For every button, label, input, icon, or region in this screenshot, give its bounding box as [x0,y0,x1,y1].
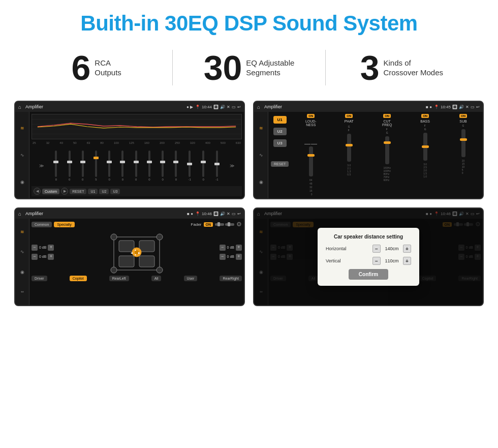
db-plus-2[interactable]: + [48,254,54,260]
wave-sidebar-icon[interactable]: ∿ [18,151,27,160]
user-btn[interactable]: RearLeft [109,276,129,281]
wave-sidebar-icon-3[interactable]: ∿ [18,247,27,256]
eq-slider-7[interactable]: 0 [135,151,137,181]
svg-text:▶: ▶ [138,251,140,254]
eq-sidebar-icon-3[interactable]: ≋ [18,227,27,236]
eq-slider-12[interactable]: 0 [202,151,204,181]
eq-u1-btn[interactable]: U1 [88,189,98,194]
loudness-scale: 644832160 [309,178,313,196]
ch-bass: ON BASS FG 3.02.52.01.51.0 [407,114,444,196]
eq-slider-2[interactable]: 0 [69,151,71,181]
eq-slider-5[interactable]: 0 [108,151,110,181]
fader-thumb-1 [217,222,220,226]
ch-label-phat: PHAT [345,120,354,123]
eq-prev-btn[interactable]: ◀ [34,188,41,195]
horizontal-minus-btn[interactable]: − [372,245,381,253]
stats-row: 6 RCA Outputs 30 EQ Adjustable Segments … [0,45,498,96]
eq-slider-11[interactable]: -1 [189,151,191,181]
u2-btn[interactable]: U2 [273,128,287,135]
ch-label-loudness: LOUD-NESS [305,120,317,127]
eq-reset-btn[interactable]: RESET [70,189,86,194]
vertical-control: − 110cm + [372,257,411,265]
copilot-btn[interactable]: User [184,276,198,281]
wave-sidebar-icon-2[interactable]: ∿ [257,151,266,160]
specialty-tab[interactable]: Specialty [54,222,74,227]
phat-slider[interactable] [347,134,351,162]
common-tab[interactable]: Common [32,222,52,227]
svg-rect-6 [139,241,154,252]
eq-slider-1[interactable]: 0 [55,151,57,181]
all-btn[interactable]: Copilot [70,276,87,281]
speaker-sidebar-icon-2[interactable]: ◉ [257,177,266,187]
status-icons-2: 📍 10:45 🔳 🔊 ✕ ▭ ↩ [434,105,480,109]
svg-text:◀: ◀ [131,251,133,254]
arrows-sidebar-icon-3[interactable]: ⇔ [18,287,27,296]
db-minus-1[interactable]: − [32,245,38,251]
screen-crossover: ⌂ Amplifier ■ ● 📍 10:45 🔳 🔊 ✕ ▭ ↩ ≋ ∿ ◉ [253,101,484,199]
eq-u2-btn[interactable]: U2 [99,189,109,194]
rearright-btn[interactable]: RearRight [220,276,242,281]
bass-labels: FG [424,124,426,131]
vertical-minus-btn[interactable]: − [372,257,381,265]
eq-slider-9[interactable]: 0 [162,151,164,181]
status-bar-3: ⌂ Amplifier ■ ● 📍 10:46 🔳 🔊 ✕ ▭ ↩ [15,208,244,219]
db-control-4: − 0 dB + [220,254,242,260]
fader-track-1[interactable] [215,223,224,226]
stat-number-30: 30 [204,50,242,85]
bass-slider[interactable] [423,133,427,161]
horizontal-label: Horizontal [326,246,347,251]
screen-body-1: ≋ ∿ ◉ [15,112,244,198]
screen-fader: ⌂ Amplifier ■ ● 📍 10:46 🔳 🔊 ✕ ▭ ↩ ≋ ∿ ◉ … [14,207,245,306]
db-plus-4[interactable]: + [236,254,242,260]
speaker-sidebar-icon-3[interactable]: ◉ [18,267,27,277]
loudness-slider[interactable] [309,146,313,176]
cutfreq-slider[interactable] [385,136,389,164]
db-plus-1[interactable]: + [48,245,54,251]
on-badge-cutfreq: ON [383,114,391,118]
driver-btn[interactable]: Driver [32,276,47,281]
eq-slider-8[interactable]: 0 [148,151,150,181]
sub-slider[interactable] [461,129,465,157]
u1-btn[interactable]: U1 [273,116,287,124]
stat-divider-2 [325,50,326,85]
db-minus-4[interactable]: − [220,254,226,260]
eq-next-btn[interactable]: ▶ [61,188,68,195]
phat-labels: GF [348,125,350,132]
db-plus-3[interactable]: + [236,245,242,251]
speaker-sidebar-icon[interactable]: ◉ [18,177,27,187]
stat-label-rca-2: Outputs [95,68,121,78]
rect-icon-1: ▭ [232,105,236,109]
music-icon-2: ■ ● [426,105,432,109]
eq-slider-10[interactable]: 0 [175,151,177,181]
rearleft-btn[interactable]: All [151,276,162,281]
cam-icon-1: 🔳 [213,105,219,109]
u3-btn[interactable]: U3 [273,139,287,147]
settings-icon-3[interactable]: ⚙ [236,221,242,228]
fader-track-2[interactable] [225,223,234,226]
eq-slider-13[interactable]: -1 [215,151,218,181]
cutfreq-scale: 160Hz100Hz80Hz70Hz60Hz [383,166,390,182]
loudness-line1 [304,144,310,144]
horizontal-plus-btn[interactable]: + [403,245,411,253]
on-toggle-3[interactable]: ON [204,222,213,227]
db-minus-3[interactable]: − [220,245,226,251]
eq-sidebar-icon-2[interactable]: ≋ [257,124,266,133]
screenshots-grid: ⌂ Amplifier ● ▶ 📍 10:44 🔳 🔊 ✕ ▭ ↩ ≋ ∿ ◉ [0,96,498,316]
eq-u3-btn[interactable]: U3 [110,189,120,194]
stat-number-6: 6 [71,50,90,85]
eq-slider-6[interactable]: 0 [121,151,123,181]
confirm-button[interactable]: Confirm [349,269,388,280]
db-minus-2[interactable]: − [32,254,38,260]
app-name-2: Amplifier [264,104,424,109]
sidebar-1: ≋ ∿ ◉ [15,112,29,198]
eq-slider-3[interactable]: 0 [82,151,84,181]
reset-btn-2[interactable]: RESET [271,161,289,167]
svg-rect-7 [119,256,134,267]
dialog-title: Car speaker distance setting [326,234,411,240]
vertical-plus-btn[interactable]: + [403,257,411,265]
eq-sidebar-icon[interactable]: ≋ [18,124,27,133]
screen-dialog: ⌂ Amplifier ■ ● 📍 10:46 🔳 🔊 ✕ ▭ ↩ ≋ ∿ ◉ … [253,207,484,306]
stat-divider-1 [172,50,173,85]
eq-slider-4[interactable]: 5 [95,151,97,181]
eq-custom-btn[interactable]: Custom [42,189,59,194]
